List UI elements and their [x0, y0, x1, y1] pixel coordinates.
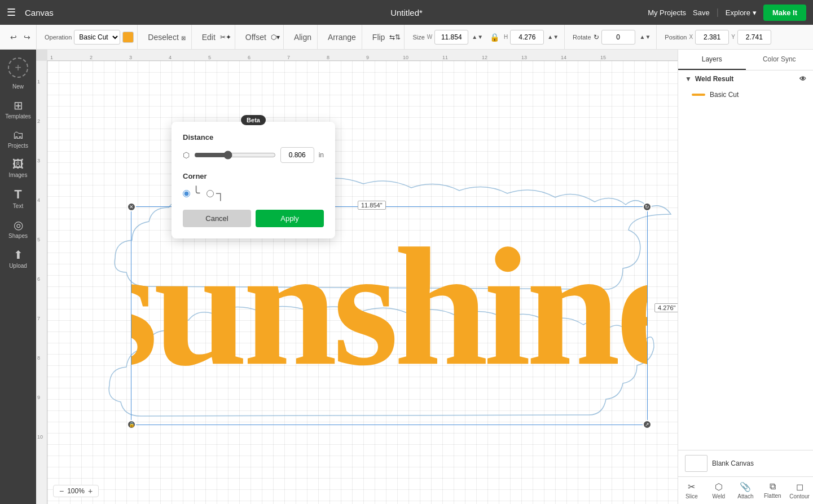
- apply-button[interactable]: Apply: [256, 210, 324, 227]
- deselect-button[interactable]: Deselect ⊠: [146, 32, 187, 43]
- sidebar-item-shapes[interactable]: ◎ Shapes: [2, 215, 34, 242]
- panel-tabs: Layers Color Sync: [678, 50, 813, 70]
- offset-icon: ⬡▾: [271, 33, 280, 41]
- sunshine-text: sunshine: [131, 206, 648, 425]
- contour-button[interactable]: ◻ Contour: [786, 477, 813, 504]
- chevron-down-icon: ▾: [753, 8, 757, 17]
- flatten-icon: ⧉: [770, 481, 776, 492]
- edit-group: Edit ✂✦: [196, 25, 235, 49]
- canvas[interactable]: sunshine ✕ ↻ 🔒 ↗ 11.854" 4.276" Beta Dis…: [47, 61, 678, 504]
- x-label: X: [689, 34, 693, 40]
- sidebar-item-templates[interactable]: ⊞ Templates: [2, 95, 34, 123]
- app-title: Canvas: [25, 8, 54, 17]
- zoom-in-button[interactable]: +: [87, 487, 94, 496]
- my-projects-link[interactable]: My Projects: [648, 8, 686, 17]
- arrange-button[interactable]: Arrange: [326, 32, 358, 43]
- undo-button[interactable]: ↩: [8, 32, 19, 43]
- corner-label: Corner: [183, 172, 324, 180]
- flatten-button[interactable]: ⧉ Flatten: [759, 477, 786, 504]
- width-label: W: [427, 34, 432, 40]
- position-group: Position X Y: [661, 25, 774, 49]
- align-button[interactable]: Align: [292, 32, 314, 43]
- svg-text:sunshine: sunshine: [131, 213, 648, 400]
- make-it-button[interactable]: Make It: [763, 5, 806, 21]
- corner-square-option[interactable]: ┐: [206, 186, 225, 201]
- width-stepper[interactable]: ▲▼: [469, 33, 485, 41]
- offset-popup: Beta Distance ⬡ in Corner ╰ ┐: [172, 122, 335, 238]
- cancel-button[interactable]: Cancel: [183, 210, 251, 227]
- arrange-group: Arrange: [322, 25, 362, 49]
- save-button[interactable]: Save: [693, 8, 710, 17]
- upload-icon: ⬆: [14, 248, 23, 262]
- redo-button[interactable]: ↪: [21, 32, 33, 43]
- offset-button[interactable]: Offset: [243, 32, 269, 43]
- deselect-group: Deselect ⊠: [142, 25, 191, 49]
- weld-result-header[interactable]: ▼ Weld Result 👁: [678, 70, 813, 87]
- sidebar-item-upload[interactable]: ⬆ Upload: [2, 245, 34, 272]
- eye-icon[interactable]: 👁: [799, 75, 806, 83]
- layers-panel: ▼ Weld Result 👁 Basic Cut: [678, 70, 813, 260]
- height-input[interactable]: [510, 30, 544, 45]
- corner-round-option[interactable]: ╰: [183, 186, 200, 201]
- main-area: + New ⊞ Templates 🗂 Projects 🖼 Images T …: [0, 50, 813, 504]
- zoom-controls: − 100% +: [53, 485, 99, 497]
- projects-icon: 🗂: [12, 129, 24, 142]
- rotate-icon: ↻: [594, 33, 599, 41]
- square-corner-icon: ┐: [216, 186, 225, 201]
- distance-label: Distance: [183, 133, 324, 142]
- zoom-out-button[interactable]: −: [58, 487, 65, 496]
- new-button[interactable]: + New: [2, 54, 34, 93]
- shapes-icon: ◎: [14, 218, 23, 232]
- collapse-arrow: ▼: [685, 75, 692, 83]
- text-icon: T: [14, 187, 21, 202]
- attach-button[interactable]: 📎 Attach: [732, 477, 759, 504]
- round-corner-icon: ╰: [192, 186, 200, 201]
- size-group: Size W ▲▼ 🔒 H ▲▼: [409, 25, 565, 49]
- operation-label: Operation: [45, 34, 72, 41]
- slice-button[interactable]: ✂ Slice: [678, 477, 705, 504]
- rotate-stepper[interactable]: ▲▼: [638, 33, 653, 41]
- corner-options: ╰ ┐: [183, 186, 324, 201]
- attach-icon: 📎: [740, 481, 751, 492]
- distance-unit: in: [319, 151, 324, 159]
- operation-select[interactable]: Basic Cut: [74, 30, 120, 45]
- distance-slider[interactable]: [194, 151, 276, 160]
- images-icon: 🖼: [12, 158, 24, 171]
- ruler-left: 1 2 3 4 5 6 7 8 9 10: [36, 61, 47, 504]
- width-input[interactable]: [434, 30, 468, 45]
- left-sidebar: + New ⊞ Templates 🗂 Projects 🖼 Images T …: [0, 50, 36, 504]
- separator: |: [717, 7, 719, 17]
- color-swatch[interactable]: [122, 32, 134, 43]
- tab-color-sync[interactable]: Color Sync: [746, 50, 814, 70]
- distance-slider-row: ⬡ in: [183, 147, 324, 163]
- operation-group: Operation Basic Cut: [41, 25, 138, 49]
- x-input[interactable]: [695, 30, 729, 45]
- weld-button[interactable]: ⬡ Weld: [705, 477, 732, 504]
- panel-empty-space: [678, 260, 813, 450]
- explore-button[interactable]: Explore ▾: [726, 8, 757, 17]
- hamburger-icon[interactable]: ☰: [7, 6, 16, 19]
- zoom-level: 100%: [67, 487, 85, 495]
- edit-button[interactable]: Edit: [200, 32, 218, 43]
- layer-color-bar: [692, 94, 705, 96]
- undo-redo-group: ↩ ↪: [5, 25, 37, 49]
- sidebar-item-images[interactable]: 🖼 Images: [2, 154, 34, 182]
- y-input[interactable]: [737, 30, 771, 45]
- tab-layers[interactable]: Layers: [678, 50, 746, 70]
- templates-icon: ⊞: [14, 99, 23, 112]
- sidebar-item-text[interactable]: T Text: [2, 184, 34, 213]
- sidebar-item-projects[interactable]: 🗂 Projects: [2, 125, 34, 152]
- rotate-group: Rotate ↻ ▲▼: [569, 25, 657, 49]
- flip-button[interactable]: Flip: [370, 32, 388, 43]
- weld-result-label: Weld Result: [695, 75, 733, 83]
- blank-canvas-section: Blank Canvas: [678, 450, 813, 476]
- rotate-input[interactable]: [601, 30, 635, 45]
- layer-basic-cut[interactable]: Basic Cut: [678, 87, 813, 102]
- width-dimension-label: 11.854": [358, 201, 386, 210]
- flip-icons: ⇆⇅: [389, 33, 401, 41]
- position-label: Position: [665, 34, 687, 41]
- lock-ratio-button[interactable]: 🔒: [487, 32, 502, 43]
- height-stepper[interactable]: ▲▼: [545, 33, 561, 41]
- distance-value-input[interactable]: [280, 147, 314, 163]
- flip-group: Flip ⇆⇅: [367, 25, 405, 49]
